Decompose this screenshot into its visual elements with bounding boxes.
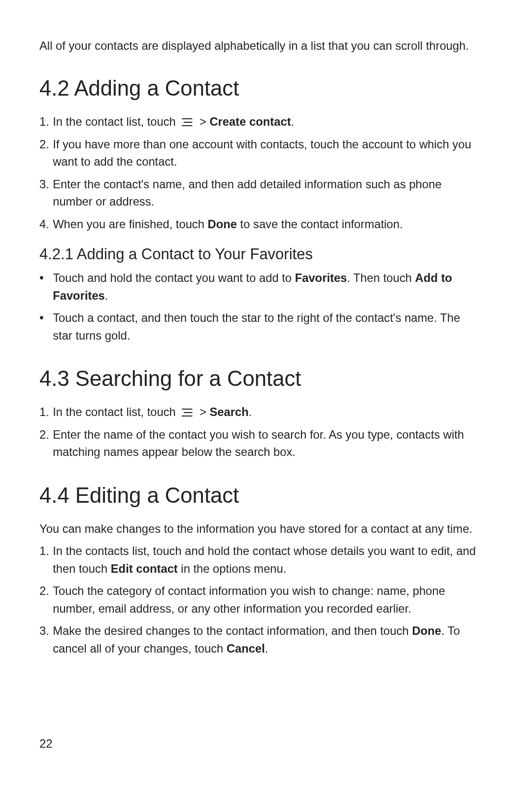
intro-4-4: You can make changes to the information … (39, 520, 479, 538)
step-4-2-4: 4. When you are finished, touch Done to … (39, 215, 479, 233)
step-text: If you have more than one account with c… (53, 136, 479, 171)
heading-4-3: 4.3 Searching for a Contact (39, 366, 479, 391)
step-text: When you are finished, touch Done to sav… (53, 215, 479, 233)
page-content: All of your contacts are displayed alpha… (39, 0, 493, 797)
step-number: 2. (39, 136, 53, 153)
step-4-2-1: 1. In the contact list, touch > Create c… (39, 113, 479, 131)
bullets-4-2-1: • Touch and hold the contact you want to… (39, 269, 493, 344)
heading-4-2-1: 4.2.1 Adding a Contact to Your Favorites (39, 245, 493, 263)
heading-4-4: 4.4 Editing a Contact (39, 483, 479, 508)
steps-4-3: 1. In the contact list, touch > Search. … (39, 403, 493, 461)
bullet-marker: • (39, 271, 53, 284)
step-4-4-2: 2. Touch the category of contact informa… (39, 582, 479, 617)
step-text: Touch the category of contact informatio… (53, 582, 479, 617)
intro-paragraph: All of your contacts are displayed alpha… (39, 37, 479, 54)
bullet-text: Touch a contact, and then touch the star… (53, 309, 479, 344)
step-number: 1. (39, 113, 53, 131)
heading-4-2: 4.2 Adding a Contact (39, 75, 479, 101)
menu-icon (181, 117, 193, 127)
step-number: 1. (39, 542, 53, 560)
step-text: In the contact list, touch > Search. (53, 403, 479, 421)
bullet-text: Touch and hold the contact you want to a… (53, 269, 479, 304)
step-4-4-1: 1. In the contacts list, touch and hold … (39, 542, 479, 577)
steps-4-2: 1. In the contact list, touch > Create c… (39, 113, 493, 233)
step-4-2-2: 2. If you have more than one account wit… (39, 136, 479, 171)
step-text: Enter the name of the contact you wish t… (53, 426, 479, 461)
step-number: 2. (39, 426, 53, 444)
step-4-3-2: 2. Enter the name of the contact you wis… (39, 426, 479, 461)
menu-icon (181, 408, 193, 417)
step-text: Make the desired changes to the contact … (53, 622, 479, 657)
page-number: 22 (39, 737, 53, 751)
bullet-marker: • (39, 311, 53, 324)
step-4-2-3: 3. Enter the contact's name, and then ad… (39, 175, 479, 210)
step-4-3-1: 1. In the contact list, touch > Search. (39, 403, 479, 421)
step-number: 2. (39, 582, 53, 600)
steps-4-4: 1. In the contacts list, touch and hold … (39, 542, 493, 657)
step-text: In the contact list, touch > Create cont… (53, 113, 479, 131)
step-number: 4. (39, 215, 53, 233)
step-text: Enter the contact's name, and then add d… (53, 175, 479, 210)
bullet-4-2-1-b: • Touch a contact, and then touch the st… (39, 309, 479, 344)
step-number: 3. (39, 175, 53, 193)
step-number: 1. (39, 403, 53, 421)
step-number: 3. (39, 622, 53, 640)
step-4-4-3: 3. Make the desired changes to the conta… (39, 622, 479, 657)
step-text: In the contacts list, touch and hold the… (53, 542, 479, 577)
bullet-4-2-1-a: • Touch and hold the contact you want to… (39, 269, 479, 304)
